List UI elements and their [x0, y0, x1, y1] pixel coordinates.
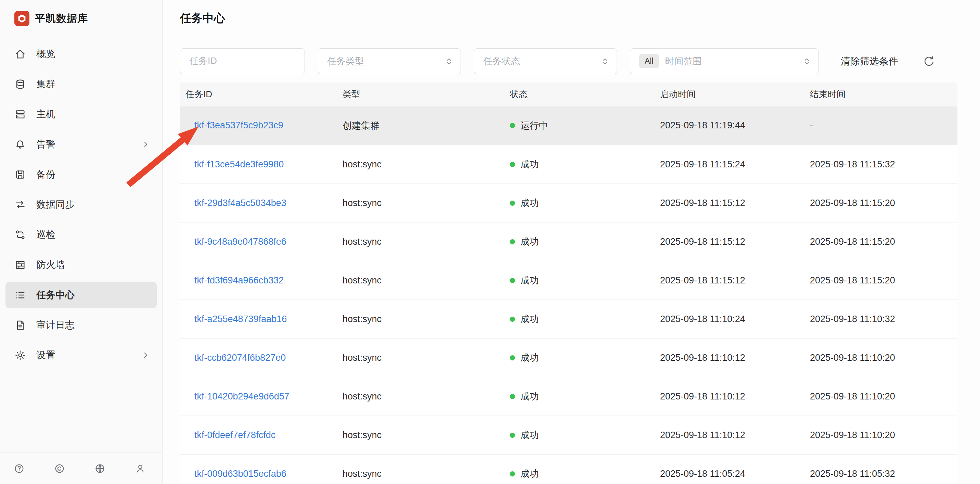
task-id-link[interactable]: tkf-9c48a9e047868fe6 — [194, 237, 286, 247]
task-status-cell: 运行中 — [510, 107, 660, 145]
task-type-cell: host:sync — [342, 377, 510, 416]
start-time-cell: 2025-09-18 11:10:24 — [660, 300, 810, 339]
brand: 平凯数据库 — [0, 0, 162, 36]
task-id-link[interactable]: tkf-ccb62074f6b827e0 — [194, 353, 286, 363]
table-row: tkf-ccb62074f6b827e0 host:sync 成功 2025-0… — [180, 339, 958, 377]
time-range-select[interactable]: All 时间范围 — [630, 48, 819, 74]
task-id-link[interactable]: tkf-f3ea537f5c9b23c9 — [194, 120, 283, 131]
status-text: 成功 — [520, 429, 539, 441]
home-icon — [14, 48, 26, 60]
sidebar-item-audit-log[interactable]: 审计日志 — [5, 312, 157, 338]
task-id-cell: tkf-009d63b015ecfab6 — [180, 455, 342, 484]
sidebar-footer — [0, 452, 162, 484]
table-row: tkf-29d3f4a5c5034be3 host:sync 成功 2025-0… — [180, 184, 958, 223]
sidebar-item-alert[interactable]: 告警 — [5, 131, 157, 158]
status-text: 成功 — [520, 236, 539, 248]
task-type-cell: host:sync — [342, 145, 510, 184]
refresh-button[interactable] — [923, 55, 935, 67]
column-header-end-time: 结束时间 — [810, 83, 958, 107]
task-id-link[interactable]: tkf-10420b294e9d6d57 — [194, 391, 290, 401]
user-icon — [135, 463, 146, 474]
task-id-link[interactable]: tkf-29d3f4a5c5034be3 — [194, 198, 286, 208]
globe-icon — [94, 463, 105, 474]
main-content: 任务中心 任务类型 任务状态 All 时间范围 清除筛选条件 — [162, 0, 980, 484]
task-id-cell: tkf-ccb62074f6b827e0 — [180, 339, 342, 377]
end-time-cell: 2025-09-18 11:15:20 — [810, 184, 958, 223]
task-id-link[interactable]: tkf-fd3f694a966cb332 — [194, 275, 284, 285]
user-button[interactable] — [135, 463, 146, 474]
sidebar-item-settings[interactable]: 设置 — [5, 342, 157, 368]
start-time-cell: 2025-09-18 11:15:12 — [660, 223, 810, 261]
sidebar-item-backup[interactable]: 备份 — [5, 162, 157, 188]
sidebar-item-firewall[interactable]: 防火墙 — [5, 252, 157, 278]
theme-button[interactable] — [54, 463, 65, 474]
table-row: tkf-a255e48739faab16 host:sync 成功 2025-0… — [180, 300, 958, 339]
task-id-link[interactable]: tkf-f13ce54de3fe9980 — [194, 159, 284, 169]
sidebar-item-home[interactable]: 概览 — [5, 41, 157, 67]
task-status-cell: 成功 — [510, 455, 660, 484]
end-time-cell: 2025-09-18 11:10:20 — [810, 416, 958, 455]
task-id-cell: tkf-29d3f4a5c5034be3 — [180, 184, 342, 223]
task-id-cell: tkf-0fdeef7ef78fcfdc — [180, 416, 342, 455]
table-row: tkf-fd3f694a966cb332 host:sync 成功 2025-0… — [180, 261, 958, 300]
end-time-cell: 2025-09-18 11:10:20 — [810, 377, 958, 416]
task-id-cell: tkf-9c48a9e047868fe6 — [180, 223, 342, 261]
task-id-input[interactable] — [180, 48, 305, 74]
column-header-start-time: 启动时间 — [660, 83, 810, 107]
host-icon — [14, 108, 26, 120]
task-status-select-value: 任务状态 — [483, 55, 600, 67]
settings-icon — [14, 349, 26, 361]
start-time-cell: 2025-09-18 11:10:12 — [660, 416, 810, 455]
status-dot-icon — [510, 433, 515, 438]
status-text: 成功 — [520, 390, 539, 403]
status-dot-icon — [510, 201, 515, 206]
sidebar-item-sync[interactable]: 数据同步 — [5, 192, 157, 218]
sidebar-item-label: 设置 — [36, 349, 131, 362]
task-type-select[interactable]: 任务类型 — [318, 48, 461, 74]
status-dot-icon — [510, 239, 515, 244]
task-type-cell: host:sync — [342, 455, 510, 484]
task-id-cell: tkf-fd3f694a966cb332 — [180, 261, 342, 300]
task-id-cell: tkf-f3ea537f5c9b23c9 — [180, 107, 342, 145]
task-id-link[interactable]: tkf-0fdeef7ef78fcfdc — [194, 430, 275, 440]
brand-logo-icon — [14, 11, 29, 26]
clear-filters-button[interactable]: 清除筛选条件 — [841, 55, 898, 68]
sidebar-item-inspection[interactable]: 巡检 — [5, 222, 157, 248]
theme-icon — [54, 463, 65, 474]
sidebar-item-host[interactable]: 主机 — [5, 101, 157, 127]
inspection-icon — [14, 229, 26, 240]
column-header-status: 状态 — [510, 83, 660, 107]
task-type-cell: host:sync — [342, 339, 510, 377]
end-time-cell: 2025-09-18 11:10:20 — [810, 339, 958, 377]
start-time-cell: 2025-09-18 11:05:24 — [660, 455, 810, 484]
start-time-cell: 2025-09-18 11:10:12 — [660, 377, 810, 416]
updown-chevron-icon — [444, 56, 454, 66]
sidebar-item-task-center[interactable]: 任务中心 — [5, 282, 157, 308]
audit-log-icon — [14, 319, 26, 331]
sidebar-item-cluster[interactable]: 集群 — [5, 71, 157, 97]
time-range-all-badge: All — [639, 54, 659, 68]
sidebar-item-label: 概览 — [36, 48, 150, 61]
help-button[interactable] — [14, 463, 25, 474]
globe-button[interactable] — [94, 463, 105, 474]
status-dot-icon — [510, 355, 515, 360]
task-status-cell: 成功 — [510, 184, 660, 223]
table-row: tkf-0fdeef7ef78fcfdc host:sync 成功 2025-0… — [180, 416, 958, 455]
task-status-cell: 成功 — [510, 377, 660, 416]
task-id-link[interactable]: tkf-009d63b015ecfab6 — [194, 469, 286, 479]
sidebar-nav: 概览 集群 主机 告警 备份 数据同步 巡检 防火墙 任务中心 审计日志 — [0, 36, 162, 452]
status-text: 成功 — [520, 158, 539, 170]
sidebar-item-label: 主机 — [36, 108, 150, 121]
firewall-icon — [14, 259, 26, 271]
chevron-right-icon — [141, 351, 150, 360]
task-id-link[interactable]: tkf-a255e48739faab16 — [194, 314, 287, 324]
table-header-row: 任务ID 类型 状态 启动时间 结束时间 — [180, 83, 958, 107]
end-time-cell: 2025-09-18 11:05:32 — [810, 455, 958, 484]
task-type-cell: host:sync — [342, 184, 510, 223]
task-center-icon — [14, 289, 26, 301]
task-type-cell: host:sync — [342, 261, 510, 300]
status-dot-icon — [510, 162, 515, 167]
task-type-select-value: 任务类型 — [327, 55, 444, 67]
chevron-right-icon — [141, 140, 150, 149]
task-status-select[interactable]: 任务状态 — [474, 48, 617, 74]
